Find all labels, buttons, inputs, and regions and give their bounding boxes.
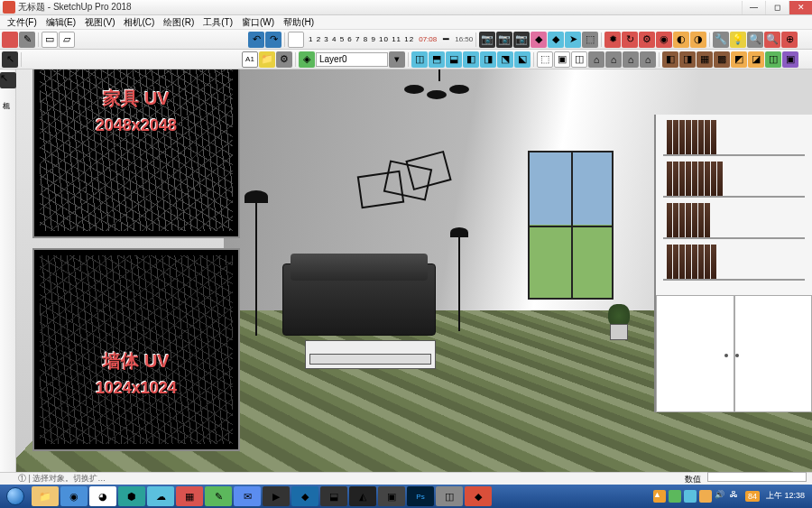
tray-icon[interactable]: [669, 490, 681, 503]
task-app[interactable]: ▦: [176, 486, 203, 506]
target-icon[interactable]: ⊕: [781, 32, 798, 48]
task-app[interactable]: ⬓: [320, 486, 347, 506]
open-icon[interactable]: ▱: [59, 32, 75, 48]
menu-view[interactable]: 视图(V): [80, 16, 119, 29]
maximize-button[interactable]: ◻: [765, 1, 789, 14]
date-badge[interactable]: 84: [745, 491, 760, 502]
view-top-icon[interactable]: ⬒: [429, 51, 445, 68]
menu-edit[interactable]: 编辑(E): [42, 16, 80, 29]
measurement-field[interactable]: [707, 472, 807, 482]
view-icon[interactable]: ◨: [480, 51, 496, 68]
menu-camera[interactable]: 相机(C): [119, 16, 159, 29]
tool-icon[interactable]: ⬚: [582, 32, 598, 48]
search-icon[interactable]: 🔍: [747, 32, 763, 48]
house-icon[interactable]: ⌂: [623, 51, 639, 68]
box-icon[interactable]: ◪: [748, 51, 764, 68]
send-icon[interactable]: ➤: [565, 32, 581, 48]
nav-icon[interactable]: ◆: [548, 32, 564, 48]
task-app[interactable]: ◆: [291, 486, 318, 506]
select-icon[interactable]: ↖: [2, 51, 18, 68]
gear-icon[interactable]: ⚙: [276, 51, 292, 68]
close-button[interactable]: ✕: [789, 1, 812, 14]
swirl-icon[interactable]: ⚙: [639, 32, 655, 48]
view-side-icon[interactable]: ◧: [463, 51, 479, 68]
box-icon[interactable]: ▦: [697, 51, 713, 68]
dropdown-icon[interactable]: ▾: [389, 51, 405, 68]
house-icon[interactable]: ⌂: [605, 51, 622, 68]
bulb-icon[interactable]: 💡: [730, 32, 746, 48]
style-icon[interactable]: ◫: [571, 51, 587, 68]
view-icon[interactable]: ⬕: [514, 51, 531, 68]
minimize-button[interactable]: —: [742, 1, 765, 14]
view-iso-icon[interactable]: ◫: [411, 51, 428, 68]
tool-icon[interactable]: [288, 32, 304, 48]
task-app[interactable]: ▣: [378, 486, 405, 506]
search-icon[interactable]: 🔍: [764, 32, 780, 48]
viewport-3d[interactable]: .cabdoor:nth-of-type(9)::after{right:6px…: [16, 69, 812, 485]
tray-volume-icon[interactable]: 🔊: [715, 490, 727, 503]
floor-lamp: [458, 232, 460, 331]
task-app[interactable]: ▶: [263, 486, 290, 506]
box-icon[interactable]: ▣: [782, 51, 798, 68]
uv-panel-furniture[interactable]: 家具 UV 2048x2048: [32, 69, 240, 238]
redo-icon[interactable]: ↷: [265, 32, 281, 48]
tool-icon[interactable]: ✎: [19, 32, 35, 48]
start-button[interactable]: [0, 485, 31, 508]
swirl-icon[interactable]: ◐: [673, 32, 689, 48]
box-icon[interactable]: ◨: [679, 51, 696, 68]
style-icon[interactable]: ⬚: [537, 51, 553, 68]
task-app[interactable]: ◉: [60, 486, 88, 506]
layer-field[interactable]: [316, 52, 388, 67]
uv-title: 家具 UV: [34, 87, 238, 111]
view-icon[interactable]: ⬔: [497, 51, 513, 68]
layer-icon[interactable]: ◈: [299, 51, 315, 68]
new-icon[interactable]: ▭: [42, 32, 58, 48]
cursor-icon[interactable]: ↖: [0, 72, 16, 88]
tray-icon[interactable]: ▲: [653, 490, 666, 503]
menu-help[interactable]: 帮助(H): [279, 16, 318, 29]
task-app[interactable]: ☁: [147, 486, 174, 506]
task-explorer[interactable]: 📁: [32, 486, 59, 506]
undo-icon[interactable]: ↶: [248, 32, 264, 48]
task-app[interactable]: ◫: [436, 486, 463, 506]
menu-window[interactable]: 窗口(W): [237, 16, 279, 29]
plugin-icon[interactable]: [2, 32, 18, 48]
task-chrome[interactable]: ◕: [89, 486, 116, 506]
camera-icon[interactable]: 📷: [496, 32, 512, 48]
style-icon[interactable]: ▣: [554, 51, 570, 68]
nav-icon[interactable]: ◆: [531, 32, 547, 48]
menu-draw[interactable]: 绘图(R): [159, 16, 198, 29]
swirl-icon[interactable]: ✹: [604, 32, 621, 48]
task-app[interactable]: ✎: [205, 486, 232, 506]
task-app[interactable]: ✉: [234, 486, 261, 506]
camera-icon[interactable]: 📷: [479, 32, 495, 48]
menu-file[interactable]: 文件(F): [3, 16, 42, 29]
tray-icon[interactable]: [684, 490, 697, 503]
house-icon[interactable]: ⌂: [640, 51, 656, 68]
swirl-icon[interactable]: ◑: [690, 32, 706, 48]
slider-icon[interactable]: ━: [438, 32, 454, 48]
task-app[interactable]: ⬢: [118, 486, 145, 506]
house-icon[interactable]: ⌂: [588, 51, 604, 68]
taskbar-clock[interactable]: 上午 12:38: [762, 492, 808, 501]
swirl-icon[interactable]: ◉: [656, 32, 672, 48]
task-photoshop[interactable]: Ps: [407, 486, 434, 506]
box-icon[interactable]: ▩: [714, 51, 730, 68]
box-icon[interactable]: ◩: [731, 51, 747, 68]
tray-network-icon[interactable]: 🖧: [730, 490, 743, 503]
view-front-icon[interactable]: ⬓: [446, 51, 462, 68]
swirl-icon[interactable]: ↻: [622, 32, 638, 48]
task-sketchup[interactable]: ◆: [465, 486, 492, 506]
windows-taskbar: 📁 ◉ ◕ ⬢ ☁ ▦ ✎ ✉ ▶ ◆ ⬓ ◭ ▣ Ps ◫ ◆ ▲ 🔊 🖧 8…: [0, 485, 812, 508]
camera-icon[interactable]: 📷: [513, 32, 530, 48]
uv-panel-wall[interactable]: 墙体 UV 1024x1024: [32, 248, 240, 451]
menu-tools[interactable]: 工具(T): [198, 16, 237, 29]
wrench-icon[interactable]: 🔧: [713, 32, 729, 48]
titlebar: 无标题 - SketchUp Pro 2018 — ◻ ✕: [0, 0, 812, 15]
folder-icon[interactable]: 📁: [259, 51, 275, 68]
box-icon[interactable]: ◫: [765, 51, 781, 68]
task-unity[interactable]: ◭: [349, 486, 376, 506]
a1-icon[interactable]: A1: [242, 51, 258, 68]
tray-icon[interactable]: [699, 490, 712, 503]
box-icon[interactable]: ◧: [662, 51, 678, 68]
